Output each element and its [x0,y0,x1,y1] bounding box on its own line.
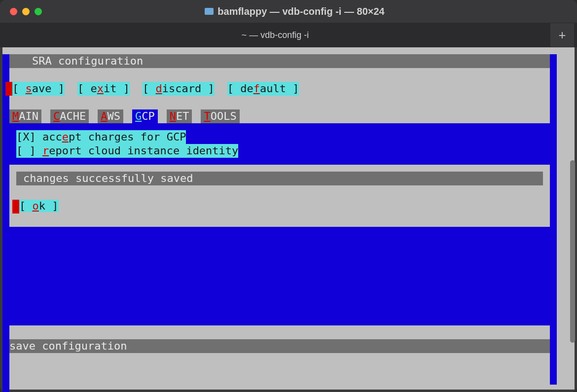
terminal-content: SRA configuration [ save ] [ exit ] [ di… [2,47,575,390]
tab-cache[interactable]: CACHE [50,109,89,123]
close-icon[interactable] [10,8,17,15]
window-title-text: bamflappy — vdb-config -i — 80×24 [217,6,384,17]
tab-title[interactable]: ~ — vdb-config -i [0,30,550,40]
tui-body: SRA configuration [ save ] [ exit ] [ di… [9,47,550,390]
config-tabs: MAIN CACHE AWS GCP NET TOOLS [9,109,550,123]
gcp-panel: [X] accept charges for GCP [ ] report cl… [9,123,550,165]
window-controls [10,8,42,15]
cursor-marker [12,200,19,214]
exit-button[interactable]: [ exit ] [77,82,130,96]
tab-bar: ~ — vdb-config -i + [0,23,577,47]
zoom-icon[interactable] [35,8,42,15]
window-title: bamflappy — vdb-config -i — 80×24 [42,6,547,17]
titlebar: bamflappy — vdb-config -i — 80×24 [0,0,577,23]
ok-button[interactable]: [ ok ] [19,200,59,212]
frame-left [2,54,9,392]
default-button[interactable]: [ default ] [227,82,299,96]
tab-gcp[interactable]: GCP [132,109,158,123]
accept-charges-checkbox[interactable]: [X] accept charges for GCP [16,130,186,144]
status-message: changes successfully saved [16,172,543,185]
discard-button[interactable]: [ discard ] [143,82,215,96]
scrollbar-thumb[interactable] [570,160,575,343]
frame-right [550,54,557,385]
tab-aws[interactable]: AWS [98,109,123,123]
new-tab-button[interactable]: + [550,23,574,47]
minimize-icon[interactable] [22,8,30,15]
footer-hint: save configuration [9,339,550,353]
tab-main[interactable]: MAIN [9,109,41,123]
folder-icon [205,8,214,15]
panel-fill [9,227,550,325]
cursor-marker [5,82,12,96]
terminal-window: bamflappy — vdb-config -i — 80×24 ~ — vd… [0,0,577,392]
ok-row: [ ok ] [16,199,550,213]
tab-net[interactable]: NET [167,109,192,123]
page-title: SRA configuration [9,54,550,68]
action-button-row: [ save ] [ exit ] [ discard ] [ default … [9,82,550,96]
report-identity-checkbox[interactable]: [ ] report cloud instance identity [16,144,238,158]
save-button[interactable]: [ save ] [12,82,65,96]
tab-tools[interactable]: TOOLS [201,109,239,123]
